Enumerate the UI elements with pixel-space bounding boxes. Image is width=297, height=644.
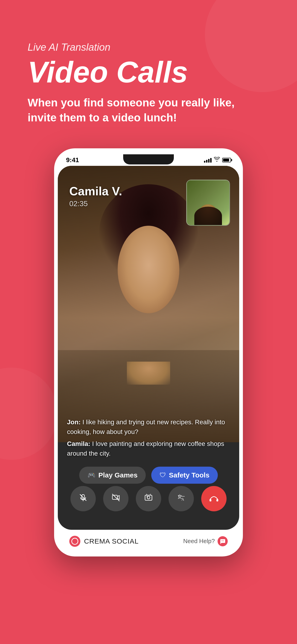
status-bar: 9:41	[58, 152, 239, 166]
phone-screen: Camila V. 02:35 Jon:	[58, 166, 239, 530]
brand-logo	[69, 536, 80, 547]
flip-camera-icon	[144, 493, 153, 504]
action-buttons-row: 🎮 Play Games 🛡 Safety Tools	[58, 467, 239, 484]
svg-rect-11	[210, 499, 211, 502]
camera-off-button[interactable]	[103, 486, 128, 511]
translate-button[interactable]: 文 A	[168, 486, 194, 511]
caller-name: Camila V.	[69, 184, 122, 198]
safety-tools-label: Safety Tools	[169, 471, 209, 479]
play-games-button[interactable]: 🎮 Play Games	[79, 467, 146, 484]
chat-overlay: Jon: I like hiking and trying out new re…	[67, 417, 230, 458]
brand-name: CREMA SOCIAL	[84, 537, 138, 545]
mute-button[interactable]	[70, 486, 96, 511]
mute-icon	[79, 493, 88, 504]
control-buttons-row: 文 A	[58, 486, 239, 511]
phone-bottom-bar: CREMA SOCIAL Need Help?	[58, 530, 239, 553]
phone-mockup: 9:41	[54, 148, 243, 556]
hero-subtitle: Live AI Translation	[28, 42, 274, 53]
hero-title: Video Calls	[28, 57, 274, 87]
end-call-icon	[210, 494, 218, 504]
status-time: 9:41	[66, 156, 79, 164]
self-video-face	[187, 180, 229, 225]
safety-tools-button[interactable]: 🛡 Safety Tools	[151, 467, 218, 484]
translate-icon: 文 A	[177, 493, 186, 504]
chat-message-camila: Camila: I love painting and exploring ne…	[67, 439, 230, 458]
call-timer: 02:35	[69, 200, 122, 208]
status-icons	[204, 157, 231, 163]
camera-off-icon	[112, 493, 120, 504]
self-video-thumbnail	[186, 180, 230, 226]
brand-left: CREMA SOCIAL	[69, 536, 138, 547]
need-help-text: Need Help?	[183, 538, 215, 545]
notch	[123, 154, 174, 164]
phone-container: 9:41	[0, 139, 297, 616]
end-call-button[interactable]	[201, 486, 226, 511]
need-help: Need Help?	[183, 536, 228, 546]
svg-point-15	[223, 540, 224, 541]
hero-section: Live AI Translation Video Calls When you…	[0, 0, 297, 139]
svg-rect-12	[216, 499, 218, 502]
signal-icon	[204, 158, 212, 162]
svg-point-14	[222, 540, 223, 541]
neck-area	[127, 362, 170, 385]
svg-text:A: A	[182, 497, 184, 501]
shield-icon: 🛡	[160, 471, 166, 479]
face	[118, 226, 179, 313]
gamepad-icon: 🎮	[88, 471, 96, 479]
wifi-icon	[214, 157, 220, 163]
play-games-label: Play Games	[98, 471, 138, 479]
flip-camera-button[interactable]	[136, 486, 161, 511]
svg-point-13	[222, 540, 222, 541]
chat-bubble-icon	[218, 536, 228, 546]
page-wrapper: Live AI Translation Video Calls When you…	[0, 0, 297, 644]
chat-message-jon: Jon: I like hiking and trying out new re…	[67, 417, 230, 437]
battery-icon	[222, 158, 231, 162]
hero-description: When you find someone you really like, i…	[28, 95, 235, 125]
brand-logo-inner	[71, 538, 78, 545]
caller-info: Camila V. 02:35	[69, 184, 122, 208]
